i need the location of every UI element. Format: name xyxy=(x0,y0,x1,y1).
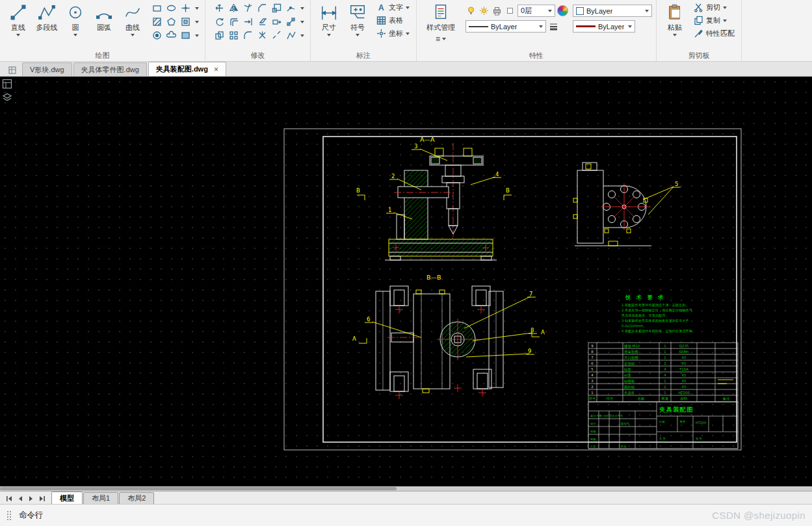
tab-v-block-dwg[interactable]: V形块.dwg xyxy=(22,62,72,76)
donut-tool-icon[interactable] xyxy=(150,29,163,42)
erase-tool-icon[interactable] xyxy=(255,16,268,29)
dimension-button[interactable]: 尺寸 xyxy=(315,1,343,36)
chevron-down-icon[interactable] xyxy=(193,29,201,42)
gradient-tool-icon[interactable] xyxy=(179,29,192,42)
chamfer-tool-icon[interactable] xyxy=(255,2,268,15)
stretch-tool-icon[interactable] xyxy=(270,16,283,29)
tab-model[interactable]: 模型 xyxy=(51,492,83,504)
chevron-down-icon xyxy=(645,10,649,12)
color-select[interactable]: ByLayer xyxy=(573,5,652,17)
move-tool-icon[interactable] xyxy=(213,2,226,15)
next-tab-icon[interactable] xyxy=(28,495,34,502)
paste-button[interactable]: 粘贴 xyxy=(661,1,689,36)
chevron-down-icon[interactable] xyxy=(298,2,306,15)
chevron-down-icon[interactable] xyxy=(442,38,446,40)
list-icon[interactable]: ≡ xyxy=(436,34,440,44)
copy-tool-icon[interactable] xyxy=(213,29,226,42)
offset-tool-icon[interactable] xyxy=(227,16,240,29)
balloon-7: 7 xyxy=(529,291,532,297)
chevron-down-icon[interactable] xyxy=(193,2,201,15)
layer-select[interactable]: 0层 xyxy=(517,5,555,17)
command-line-label[interactable]: 命令行 xyxy=(19,510,44,521)
scale-tool-icon[interactable] xyxy=(270,2,283,15)
chevron-down-icon[interactable] xyxy=(193,16,201,29)
circle-tool-label: 圆 xyxy=(72,23,79,33)
revcloud-tool-icon[interactable] xyxy=(164,29,177,42)
color-wheel-icon[interactable] xyxy=(557,5,568,16)
trim-tool-icon[interactable] xyxy=(241,2,254,15)
break-tool-icon[interactable] xyxy=(270,29,283,42)
polygon-tool-icon[interactable] xyxy=(164,16,177,29)
drawing-canvas[interactable]: B B A—A 1 2 3 4 xyxy=(0,77,812,491)
point-tool-icon[interactable] xyxy=(179,2,192,15)
chevron-down-icon[interactable] xyxy=(356,34,360,36)
prev-tab-icon[interactable] xyxy=(17,495,23,502)
circle-tool-button[interactable]: 圆 xyxy=(61,1,90,36)
rotate-tool-icon[interactable] xyxy=(213,16,226,29)
fillet-tool-icon[interactable] xyxy=(241,29,254,42)
layer-plot-printer-icon[interactable] xyxy=(491,5,503,16)
coordinate-tool-button[interactable]: 坐标 xyxy=(374,27,412,40)
layer-on-bulb-icon[interactable] xyxy=(465,5,477,16)
svg-text:标记 处数 分区 更改文件号: 标记 处数 分区 更改文件号 xyxy=(590,414,623,418)
copy-icon xyxy=(694,16,703,25)
match-properties-button[interactable]: 特性匹配 xyxy=(691,27,737,40)
chevron-down-icon[interactable] xyxy=(327,34,331,36)
match-properties-label: 特性匹配 xyxy=(706,29,735,38)
layer-freeze-sun-icon[interactable] xyxy=(478,5,490,16)
table-tool-button[interactable]: 表格 xyxy=(374,14,412,27)
layer-lock-icon[interactable] xyxy=(504,5,516,16)
chevron-down-icon[interactable] xyxy=(406,7,410,9)
ribbon-group-properties: 样式管理 ≡ xyxy=(417,0,657,61)
chevron-down-icon[interactable] xyxy=(673,34,677,36)
text-tool-button[interactable]: A 文字 xyxy=(374,1,412,14)
pedit-tool-icon[interactable] xyxy=(284,29,297,42)
tab-layout1[interactable]: 布局1 xyxy=(83,492,118,504)
scrollbar-thumb[interactable] xyxy=(0,487,397,490)
drag-handle-icon[interactable] xyxy=(7,510,12,520)
tab-label: 夹具体零件图.dwg xyxy=(81,65,139,75)
symbol-button[interactable]: 符号 xyxy=(343,1,372,36)
extend-tool-icon[interactable] xyxy=(241,16,254,29)
tech-line: 夹具体底面垂直，安装后配作。 xyxy=(622,313,669,318)
explode-tool-icon[interactable] xyxy=(255,29,268,42)
rectangle-tool-icon[interactable] xyxy=(150,2,163,15)
first-tab-icon[interactable] xyxy=(6,495,12,502)
chevron-down-icon[interactable] xyxy=(16,34,20,36)
chevron-down-icon[interactable] xyxy=(723,20,727,22)
tab-layout2[interactable]: 布局2 xyxy=(119,492,154,504)
chevron-down-icon[interactable] xyxy=(298,16,306,29)
polyline-tool-button[interactable]: 多段线 xyxy=(33,1,61,33)
chevron-down-icon[interactable] xyxy=(723,7,727,9)
ellipse-tool-icon[interactable] xyxy=(164,2,177,15)
arc-tool-button[interactable]: 圆弧 xyxy=(90,1,118,33)
close-icon[interactable]: × xyxy=(214,66,218,73)
sheet-set-icon[interactable] xyxy=(5,64,20,76)
copy-button[interactable]: 复制 xyxy=(691,14,737,27)
tab-fixture-part-dwg[interactable]: 夹具体零件图.dwg xyxy=(73,62,147,76)
mirror-tool-icon[interactable] xyxy=(227,2,240,15)
line-tool-button[interactable]: 直线 xyxy=(4,1,33,36)
layout-nav-buttons xyxy=(0,495,51,504)
chevron-down-icon[interactable] xyxy=(131,34,135,36)
region-tool-icon[interactable] xyxy=(179,16,192,29)
spline-tool-button[interactable]: 曲线 xyxy=(118,1,147,36)
lineweight-list-icon[interactable] xyxy=(548,21,559,32)
tech-requirements: 技 术 要 求 1.装配前所有零件均需清洗干净，去除毛刺。 2.夹具采用一面两销… xyxy=(622,295,696,334)
svg-text:衬套: 衬套 xyxy=(624,373,631,378)
tab-fixture-assembly-dwg[interactable]: 夹具装配图.dwg × xyxy=(148,62,226,76)
cut-button[interactable]: 剪切 xyxy=(691,1,737,14)
linetype-select[interactable]: ByLayer xyxy=(465,20,546,33)
style-manager-button[interactable]: 样式管理 ≡ xyxy=(421,1,461,44)
chevron-down-icon[interactable] xyxy=(298,29,306,42)
array-tool-icon[interactable] xyxy=(227,29,240,42)
command-bar: 命令行 CSDN @shejizuopin xyxy=(0,504,812,526)
chevron-down-icon[interactable] xyxy=(406,33,410,35)
align-tool-icon[interactable] xyxy=(284,16,297,29)
horizontal-scrollbar[interactable] xyxy=(0,486,812,491)
last-tab-icon[interactable] xyxy=(39,495,46,502)
lineweight-select[interactable]: ByLayer xyxy=(573,20,635,33)
join-tool-icon[interactable] xyxy=(284,2,297,15)
hatch-tool-icon[interactable] xyxy=(150,16,163,29)
chevron-down-icon[interactable] xyxy=(73,34,77,36)
